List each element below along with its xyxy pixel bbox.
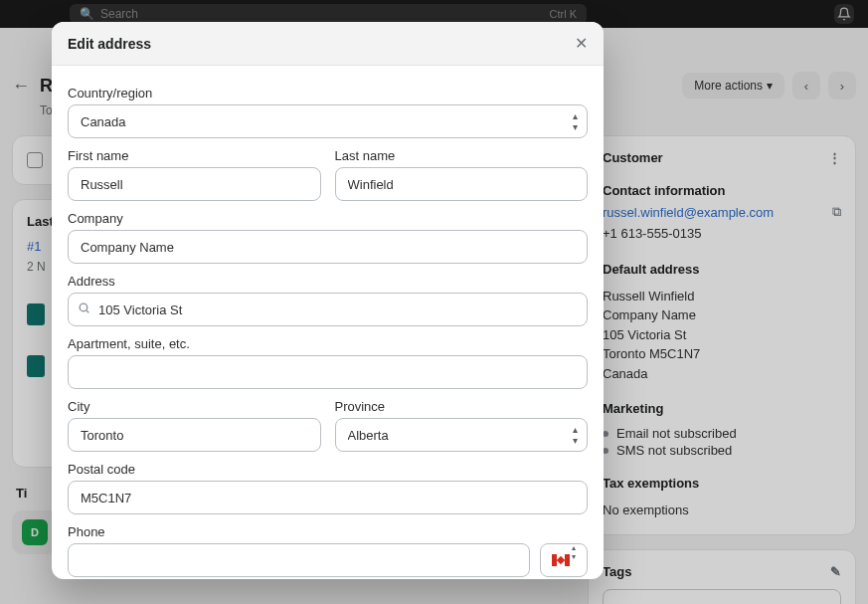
city-label: City [68, 399, 321, 414]
company-label: Company [68, 211, 588, 226]
apt-input[interactable] [68, 355, 588, 389]
close-icon[interactable]: ✕ [575, 34, 588, 53]
svg-line-1 [87, 310, 88, 312]
edit-address-modal: Edit address ✕ Country/region ▴▾ First n… [52, 22, 604, 579]
country-label: Country/region [68, 86, 588, 101]
address-input[interactable] [68, 293, 588, 326]
city-input[interactable] [68, 418, 321, 452]
address-label: Address [68, 274, 588, 289]
select-caret-icon: ▴▾ [572, 543, 576, 560]
first-name-label: First name [68, 148, 321, 163]
modal-overlay: Edit address ✕ Country/region ▴▾ First n… [0, 0, 868, 604]
phone-label: Phone [68, 524, 588, 539]
phone-country-button[interactable]: ▴▾ [540, 543, 588, 577]
last-name-label: Last name [335, 148, 589, 163]
country-select[interactable] [68, 104, 588, 138]
province-select[interactable] [335, 418, 589, 452]
canada-flag-icon [552, 554, 570, 566]
svg-point-0 [80, 303, 87, 311]
search-icon [78, 302, 90, 317]
modal-title: Edit address [68, 36, 151, 52]
province-label: Province [335, 399, 589, 414]
phone-input[interactable] [68, 543, 530, 577]
apt-label: Apartment, suite, etc. [68, 336, 588, 351]
postal-input[interactable] [68, 481, 588, 514]
postal-label: Postal code [68, 462, 588, 477]
last-name-input[interactable] [335, 167, 589, 201]
company-input[interactable] [68, 230, 588, 264]
first-name-input[interactable] [68, 167, 321, 201]
